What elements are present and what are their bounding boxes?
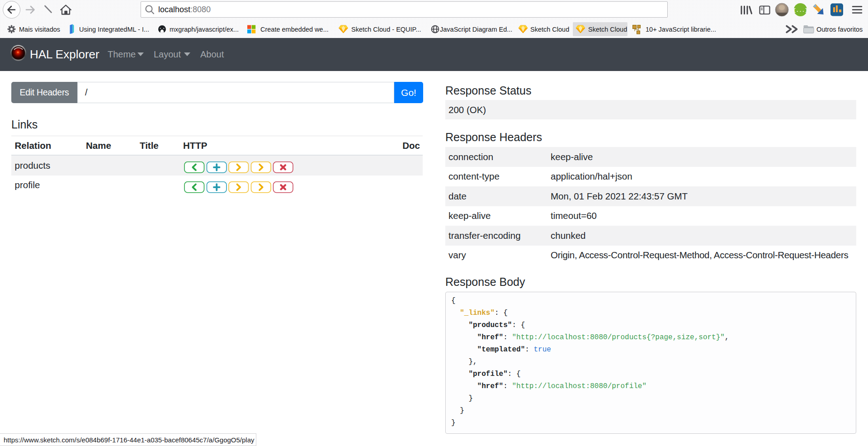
svg-text:{...}: {...} bbox=[793, 8, 808, 13]
